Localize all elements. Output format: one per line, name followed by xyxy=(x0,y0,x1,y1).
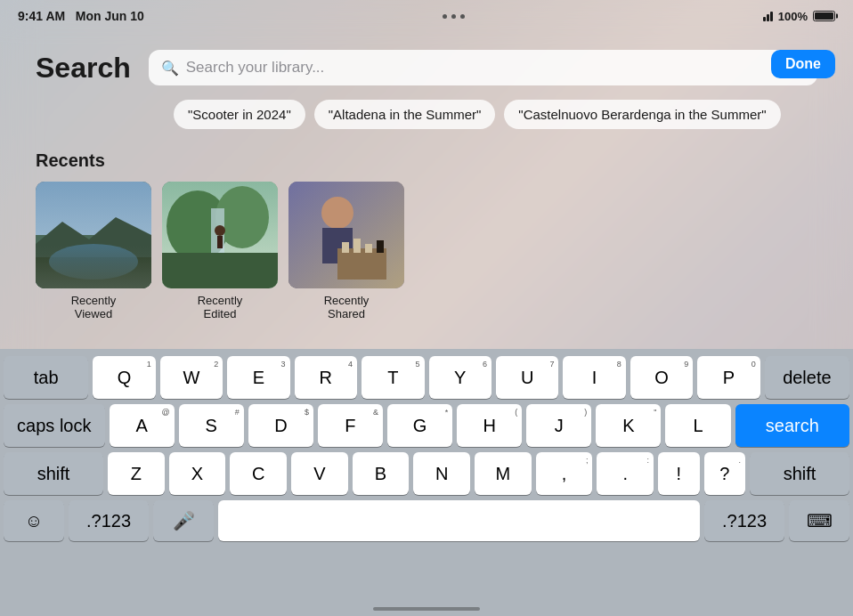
key-shift-right[interactable]: shift xyxy=(750,452,849,495)
svg-point-13 xyxy=(321,197,353,229)
key-c[interactable]: C xyxy=(230,452,287,495)
done-button[interactable]: Done xyxy=(771,50,835,78)
keyboard-row-2: caps lock @ A # S $ D & F * G ( H ) J xyxy=(4,404,849,447)
recents-label: Recents xyxy=(36,150,817,171)
thumb-viewed-svg xyxy=(36,182,151,288)
key-mic-bottom[interactable]: 🎤 xyxy=(153,500,214,541)
key-l-label: L xyxy=(693,417,703,434)
key-d[interactable]: $ D xyxy=(248,404,313,447)
key-g[interactable]: * G xyxy=(387,404,452,447)
key-question-sym: . xyxy=(739,456,742,465)
thumb-recently-shared xyxy=(288,182,404,288)
dot3 xyxy=(460,14,465,19)
main-content: Search 🔍 Search your library... 🎤 "Scoot… xyxy=(0,32,853,349)
key-tab[interactable]: tab xyxy=(4,356,88,399)
search-placeholder[interactable]: Search your library... xyxy=(186,59,780,77)
key-s-label: S xyxy=(206,417,217,434)
time-label: 9:41 AM xyxy=(18,9,65,23)
key-a[interactable]: @ A xyxy=(110,404,175,447)
key-keyboard-dismiss[interactable]: ⌨ xyxy=(789,500,849,541)
key-exclaim[interactable]: ! xyxy=(658,452,699,495)
key-h[interactable]: ( H xyxy=(457,404,522,447)
key-search[interactable]: search xyxy=(735,404,849,447)
key-a-sym: @ xyxy=(162,408,170,417)
key-num-left[interactable]: .?123 xyxy=(69,500,149,541)
wifi-bar3 xyxy=(770,12,773,21)
key-d-sym: $ xyxy=(305,408,309,417)
dot1 xyxy=(443,14,447,19)
svg-rect-11 xyxy=(217,236,223,248)
recents-grid: RecentlyViewed xyxy=(36,182,817,320)
svg-rect-15 xyxy=(337,248,386,280)
recent-item-viewed[interactable]: RecentlyViewed xyxy=(36,182,151,320)
key-comma[interactable]: ; , xyxy=(536,452,593,495)
battery-fill xyxy=(815,12,833,20)
key-r[interactable]: 4 R xyxy=(295,356,357,399)
key-w-num: 2 xyxy=(214,360,218,369)
key-q-num: 1 xyxy=(147,360,151,369)
key-p-num: 0 xyxy=(751,360,756,369)
key-x-label: X xyxy=(191,465,203,482)
key-l[interactable]: L xyxy=(665,404,730,447)
key-m[interactable]: M xyxy=(475,452,532,495)
key-tab-label: tab xyxy=(34,369,59,386)
key-q[interactable]: 1 Q xyxy=(93,356,155,399)
key-shift-left[interactable]: shift xyxy=(4,452,103,495)
key-period-label: . xyxy=(622,465,628,482)
key-period-sym: : xyxy=(647,456,650,465)
key-e-label: E xyxy=(253,369,264,386)
key-b[interactable]: B xyxy=(353,452,410,495)
key-e[interactable]: 3 E xyxy=(227,356,289,399)
key-j-sym: ) xyxy=(584,408,587,417)
key-o[interactable]: 9 O xyxy=(630,356,693,399)
chip-castelnuovo[interactable]: "Castelnuovo Berardenga in the Summer" xyxy=(504,100,780,129)
key-k-label: K xyxy=(622,417,634,434)
home-indicator xyxy=(373,607,480,611)
key-t[interactable]: 5 T xyxy=(362,356,424,399)
recent-item-edited[interactable]: RecentlyEdited xyxy=(162,182,278,320)
key-emoji[interactable]: ☺ xyxy=(4,500,64,541)
chip-scooter[interactable]: "Scooter in 2024" xyxy=(174,100,305,129)
date-label: Mon Jun 10 xyxy=(76,9,144,23)
key-period[interactable]: : . xyxy=(597,452,654,495)
key-delete[interactable]: delete xyxy=(765,356,849,399)
key-v-label: V xyxy=(313,465,325,482)
key-i[interactable]: 8 I xyxy=(563,356,625,399)
key-num-right[interactable]: .?123 xyxy=(704,500,784,541)
key-f-label: F xyxy=(345,417,355,434)
key-p[interactable]: 0 P xyxy=(697,356,760,399)
key-x[interactable]: X xyxy=(169,452,226,495)
key-mic-bottom-label: 🎤 xyxy=(173,512,195,530)
key-question[interactable]: . ? xyxy=(704,452,745,495)
key-f[interactable]: & F xyxy=(318,404,383,447)
recent-item-shared[interactable]: RecentlyShared xyxy=(288,182,404,320)
key-capslock[interactable]: caps lock xyxy=(4,404,105,447)
key-comma-label: , xyxy=(562,465,567,482)
key-z[interactable]: Z xyxy=(108,452,165,495)
key-u[interactable]: 7 U xyxy=(496,356,558,399)
key-w[interactable]: 2 W xyxy=(160,356,223,399)
search-bar[interactable]: 🔍 Search your library... 🎤 xyxy=(149,50,817,85)
key-b-label: B xyxy=(375,465,386,482)
svg-point-10 xyxy=(215,225,225,236)
key-s-sym: # xyxy=(235,408,240,417)
key-space[interactable] xyxy=(218,500,700,541)
key-y[interactable]: 6 Y xyxy=(429,356,491,399)
key-n[interactable]: N xyxy=(413,452,470,495)
key-v[interactable]: V xyxy=(291,452,348,495)
chip-altadena[interactable]: "Altadena in the Summer" xyxy=(314,100,496,129)
key-g-label: G xyxy=(413,417,427,434)
key-i-label: I xyxy=(592,369,597,386)
svg-rect-19 xyxy=(377,240,384,253)
key-z-label: Z xyxy=(131,465,142,482)
key-q-label: Q xyxy=(118,369,132,386)
key-k-sym: " xyxy=(654,408,656,417)
key-shift-right-label: shift xyxy=(784,465,816,482)
key-j[interactable]: ) J xyxy=(526,404,591,447)
svg-rect-17 xyxy=(353,239,361,253)
dot2 xyxy=(451,14,456,19)
key-s[interactable]: # S xyxy=(179,404,244,447)
key-shift-left-label: shift xyxy=(37,465,70,482)
key-k[interactable]: " K xyxy=(596,404,661,447)
key-h-label: H xyxy=(483,417,495,434)
